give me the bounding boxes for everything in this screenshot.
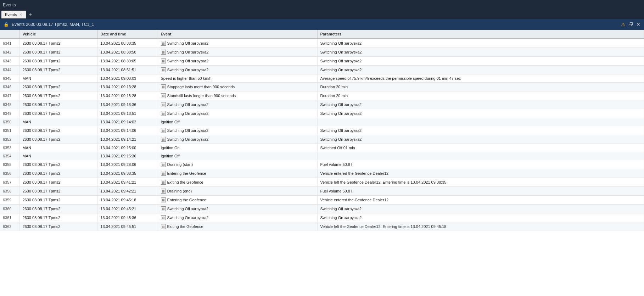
events-table-container: Vehicle Date and time Event Parameters 6…: [0, 30, 644, 296]
tab-events-label: Events: [5, 12, 17, 17]
event-type-icon: ⊞: [161, 189, 166, 194]
cell-num: 6341: [0, 39, 19, 48]
cell-num: 6345: [0, 74, 19, 83]
table-row[interactable]: 63612630 03.08.17 Tpms213.04.2021 09:45:…: [0, 213, 644, 222]
main-window: Events Events ✕ + 🔒 Events 2630 03.08.17…: [0, 0, 644, 296]
table-row[interactable]: 63442630 03.08.17 Tpms213.04.2021 08:51:…: [0, 66, 644, 74]
table-row[interactable]: 63482630 03.08.17 Tpms213.04.2021 09:13:…: [0, 100, 644, 109]
event-type-icon: ⊞: [161, 197, 166, 202]
col-header-vehicle: Vehicle: [19, 30, 97, 39]
cell-event: ⊞Entering the Geofence: [158, 196, 317, 205]
cell-event: ⊞Exiting the Geofence: [158, 178, 317, 187]
cell-vehicle: 2630 03.08.17 Tpms2: [19, 178, 97, 187]
cell-datetime: 13.04.2021 09:13:28: [97, 91, 158, 100]
tab-close-icon[interactable]: ✕: [19, 12, 22, 17]
table-row[interactable]: 63592630 03.08.17 Tpms213.04.2021 09:45:…: [0, 196, 644, 205]
table-row[interactable]: 6353MAN13.04.2021 09:15:00Ignition OnSwi…: [0, 144, 644, 152]
panel-title: Events 2630 03.08.17 Tpms2, MAN, TC1_1: [12, 22, 94, 27]
cell-vehicle: 2630 03.08.17 Tpms2: [19, 222, 97, 231]
event-type-icon: ⊞: [161, 111, 166, 116]
cell-vehicle: 2630 03.08.17 Tpms2: [19, 135, 97, 144]
table-row[interactable]: 63432630 03.08.17 Tpms213.04.2021 08:39:…: [0, 57, 644, 66]
table-row[interactable]: 63412630 03.08.17 Tpms213.04.2021 08:38:…: [0, 39, 644, 48]
event-label: Switching Off загрузка2: [167, 59, 209, 63]
cell-vehicle: 2630 03.08.17 Tpms2: [19, 109, 97, 118]
tab-events[interactable]: Events ✕: [1, 11, 26, 18]
warning-icon: ⚠: [621, 22, 626, 27]
event-type-icon: ⊞: [161, 50, 166, 55]
event-label: Draining (end): [167, 189, 192, 193]
event-type-icon: ⊞: [161, 93, 166, 98]
cell-parameters: Switching Off загрузка2: [317, 126, 644, 135]
cell-event: ⊞Exiting the Geofence: [158, 222, 317, 231]
event-label: Switching On загрузка2: [167, 68, 209, 72]
tab-add-button[interactable]: +: [27, 11, 33, 18]
cell-event: ⊞Switching Off загрузка2: [158, 126, 317, 135]
cell-event: ⊞Switching Off загрузка2: [158, 39, 317, 48]
cell-datetime: 13.04.2021 09:14:02: [97, 118, 158, 126]
cell-parameters: Switching On загрузка2: [317, 135, 644, 144]
cell-datetime: 13.04.2021 08:51:51: [97, 66, 158, 74]
title-bar-text: Events: [3, 2, 16, 7]
cell-event: ⊞Switching On загрузка2: [158, 213, 317, 222]
event-type-icon: ⊞: [161, 206, 166, 211]
cell-vehicle: 2630 03.08.17 Tpms2: [19, 213, 97, 222]
event-type-icon: ⊞: [161, 84, 166, 89]
restore-icon[interactable]: 🗗: [628, 22, 633, 27]
cell-num: 6349: [0, 109, 19, 118]
cell-num: 6360: [0, 205, 19, 213]
cell-num: 6347: [0, 91, 19, 100]
cell-datetime: 13.04.2021 09:13:51: [97, 109, 158, 118]
table-row[interactable]: 63622630 03.08.17 Tpms213.04.2021 09:45:…: [0, 222, 644, 231]
cell-num: 6352: [0, 135, 19, 144]
cell-parameters: Duration 20 min: [317, 91, 644, 100]
cell-vehicle: MAN: [19, 144, 97, 152]
table-row[interactable]: 6345MAN13.04.2021 09:03:03Speed is highe…: [0, 74, 644, 83]
event-label: Switching On загрузка2: [167, 111, 209, 116]
cell-vehicle: 2630 03.08.17 Tpms2: [19, 187, 97, 196]
cell-datetime: 13.04.2021 08:39:05: [97, 57, 158, 66]
cell-parameters: Vehicle entered the Geofence Dealer12: [317, 196, 644, 205]
cell-event: Ignition Off: [158, 152, 317, 160]
event-label: Stoppage lasts more than 900 seconds: [167, 85, 235, 89]
cell-event: Ignition On: [158, 144, 317, 152]
event-label: Exiting the Geofence: [167, 180, 203, 184]
close-icon[interactable]: ✕: [636, 22, 640, 27]
cell-event: Speed is higher than 50 km/h: [158, 74, 317, 83]
cell-num: 6348: [0, 100, 19, 109]
panel-header-controls: ⚠ 🗗 ✕: [621, 22, 640, 27]
table-row[interactable]: 63422630 03.08.17 Tpms213.04.2021 08:38:…: [0, 48, 644, 57]
event-label: Switching Off загрузка2: [167, 128, 209, 133]
cell-event: ⊞Switching Off загрузка2: [158, 57, 317, 66]
table-row[interactable]: 63572630 03.08.17 Tpms213.04.2021 09:41:…: [0, 178, 644, 187]
table-row[interactable]: 63552630 03.08.17 Tpms213.04.2021 09:28:…: [0, 160, 644, 169]
table-row[interactable]: 63602630 03.08.17 Tpms213.04.2021 09:45:…: [0, 205, 644, 213]
event-label: Draining (start): [167, 162, 193, 167]
table-row[interactable]: 63472630 03.08.17 Tpms213.04.2021 09:13:…: [0, 91, 644, 100]
cell-datetime: 13.04.2021 09:45:36: [97, 213, 158, 222]
table-row[interactable]: 63462630 03.08.17 Tpms213.04.2021 09:13:…: [0, 83, 644, 91]
cell-parameters: Switching On загрузка2: [317, 66, 644, 74]
cell-num: 6346: [0, 83, 19, 91]
cell-datetime: 13.04.2021 09:45:51: [97, 222, 158, 231]
cell-parameters: Switching Off загрузка2: [317, 100, 644, 109]
cell-event: ⊞Switching Off загрузка2: [158, 205, 317, 213]
table-row[interactable]: 63522630 03.08.17 Tpms213.04.2021 09:14:…: [0, 135, 644, 144]
cell-event: ⊞Draining (start): [158, 160, 317, 169]
event-label: Switching On загрузка2: [167, 137, 209, 141]
cell-datetime: 13.04.2021 09:03:03: [97, 74, 158, 83]
table-body: 63412630 03.08.17 Tpms213.04.2021 08:38:…: [0, 39, 644, 231]
table-row[interactable]: 63512630 03.08.17 Tpms213.04.2021 09:14:…: [0, 126, 644, 135]
table-row[interactable]: 6354MAN13.04.2021 09:15:36Ignition Off: [0, 152, 644, 160]
cell-num: 6343: [0, 57, 19, 66]
cell-num: 6350: [0, 118, 19, 126]
event-type-icon: ⊞: [161, 180, 166, 185]
table-row[interactable]: 6350MAN13.04.2021 09:14:02Ignition Off: [0, 118, 644, 126]
cell-num: 6353: [0, 144, 19, 152]
table-row[interactable]: 63562630 03.08.17 Tpms213.04.2021 09:38:…: [0, 169, 644, 178]
cell-parameters: Duration 20 min: [317, 83, 644, 91]
table-row[interactable]: 63582630 03.08.17 Tpms213.04.2021 09:42:…: [0, 187, 644, 196]
table-row[interactable]: 63492630 03.08.17 Tpms213.04.2021 09:13:…: [0, 109, 644, 118]
cell-num: 6344: [0, 66, 19, 74]
event-label: Switching On загрузка2: [167, 50, 209, 54]
